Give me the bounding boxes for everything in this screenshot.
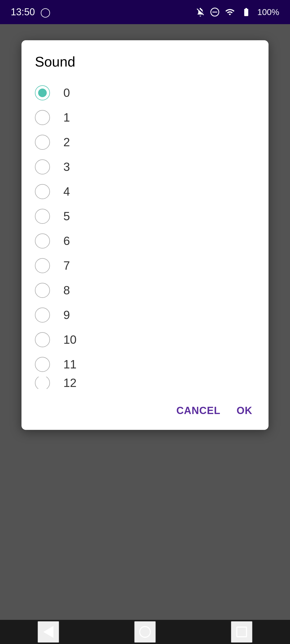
option-item[interactable]: 0 <box>35 80 255 105</box>
option-label: 11 <box>63 358 77 371</box>
radio-outer <box>35 159 50 174</box>
option-label: 5 <box>63 210 70 223</box>
dialog-actions: CANCEL OK <box>35 397 255 419</box>
radio-outer <box>35 332 50 347</box>
radio-outer <box>35 110 50 125</box>
recents-button[interactable] <box>231 621 252 643</box>
status-right: 100% <box>195 7 279 17</box>
home-button[interactable] <box>134 621 156 643</box>
profile-icon: ◯ <box>40 7 50 17</box>
option-label: 12 <box>63 377 77 389</box>
status-time: 13:50 <box>11 6 35 18</box>
radio-outer <box>35 135 50 150</box>
dialog-title: Sound <box>35 54 255 70</box>
radio-inner <box>38 89 47 97</box>
recents-icon <box>236 627 247 637</box>
status-left: 13:50 ◯ <box>11 6 50 18</box>
cancel-button[interactable]: CANCEL <box>174 402 223 419</box>
option-item[interactable]: 12 <box>35 377 255 389</box>
option-label: 4 <box>63 185 70 198</box>
radio-outer <box>35 308 50 323</box>
sound-dialog: Sound 0123456789101112 CANCEL OK <box>21 40 269 430</box>
battery-icon <box>240 7 252 17</box>
nav-bar <box>0 620 290 644</box>
radio-outer <box>35 357 50 372</box>
option-label: 2 <box>63 136 70 149</box>
status-bar: 13:50 ◯ 100% <box>0 0 290 24</box>
option-item[interactable]: 5 <box>35 204 255 229</box>
back-button[interactable] <box>38 621 59 643</box>
radio-outer <box>35 283 50 298</box>
option-label: 9 <box>63 308 70 322</box>
radio-outer <box>35 258 50 273</box>
option-item[interactable]: 8 <box>35 278 255 303</box>
back-icon <box>43 626 53 638</box>
radio-outer <box>35 233 50 248</box>
home-icon <box>139 626 151 638</box>
radio-outer <box>35 209 50 224</box>
option-item[interactable]: 3 <box>35 155 255 179</box>
battery-percent: 100% <box>257 7 279 17</box>
dnd-icon <box>210 7 220 17</box>
option-item[interactable]: 1 <box>35 105 255 130</box>
option-label: 0 <box>63 86 70 100</box>
option-label: 3 <box>63 160 70 174</box>
mute-icon <box>195 7 205 17</box>
radio-outer <box>35 377 50 389</box>
option-label: 1 <box>63 111 70 124</box>
options-list: 0123456789101112 <box>35 80 255 389</box>
option-item[interactable]: 7 <box>35 253 255 278</box>
option-label: 8 <box>63 284 70 297</box>
wifi-icon <box>224 7 235 17</box>
option-item[interactable]: 2 <box>35 130 255 155</box>
radio-outer <box>35 184 50 199</box>
option-item[interactable]: 11 <box>35 352 255 377</box>
ok-button[interactable]: OK <box>234 402 255 419</box>
option-item[interactable]: 6 <box>35 229 255 253</box>
option-label: 7 <box>63 259 70 272</box>
option-item[interactable]: 10 <box>35 327 255 352</box>
option-label: 6 <box>63 234 70 248</box>
option-item[interactable]: 4 <box>35 179 255 204</box>
option-label: 10 <box>63 333 77 346</box>
option-item[interactable]: 9 <box>35 303 255 327</box>
radio-outer <box>35 85 50 100</box>
